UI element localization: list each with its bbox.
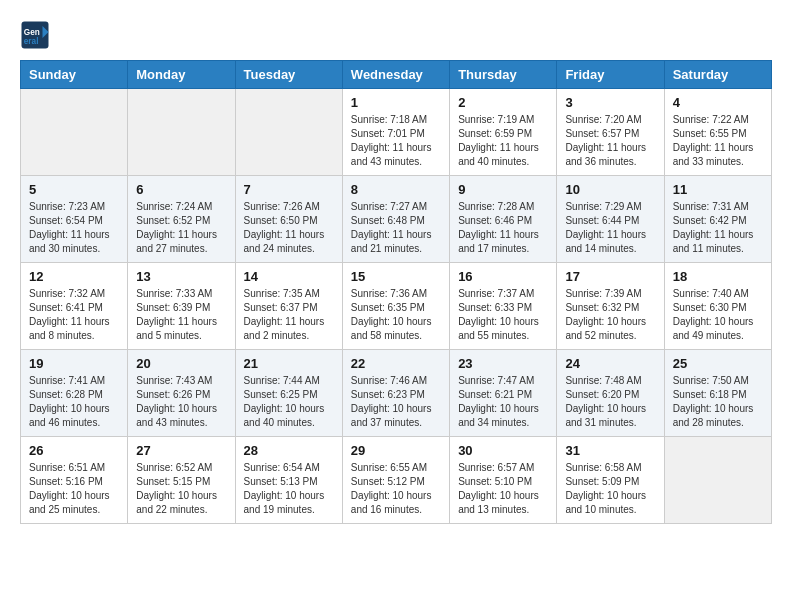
- day-info: Sunrise: 7:48 AM Sunset: 6:20 PM Dayligh…: [565, 374, 655, 430]
- day-number: 7: [244, 182, 334, 197]
- column-header-wednesday: Wednesday: [342, 61, 449, 89]
- day-info: Sunrise: 6:52 AM Sunset: 5:15 PM Dayligh…: [136, 461, 226, 517]
- page-header: Gen eral: [20, 20, 772, 50]
- day-info: Sunrise: 7:19 AM Sunset: 6:59 PM Dayligh…: [458, 113, 548, 169]
- calendar-cell: 17Sunrise: 7:39 AM Sunset: 6:32 PM Dayli…: [557, 263, 664, 350]
- day-info: Sunrise: 7:29 AM Sunset: 6:44 PM Dayligh…: [565, 200, 655, 256]
- day-number: 13: [136, 269, 226, 284]
- day-number: 11: [673, 182, 763, 197]
- calendar-header-row: SundayMondayTuesdayWednesdayThursdayFrid…: [21, 61, 772, 89]
- calendar-cell: 1Sunrise: 7:18 AM Sunset: 7:01 PM Daylig…: [342, 89, 449, 176]
- day-info: Sunrise: 7:27 AM Sunset: 6:48 PM Dayligh…: [351, 200, 441, 256]
- day-info: Sunrise: 7:28 AM Sunset: 6:46 PM Dayligh…: [458, 200, 548, 256]
- calendar-cell: 8Sunrise: 7:27 AM Sunset: 6:48 PM Daylig…: [342, 176, 449, 263]
- calendar-week-row: 12Sunrise: 7:32 AM Sunset: 6:41 PM Dayli…: [21, 263, 772, 350]
- day-info: Sunrise: 7:35 AM Sunset: 6:37 PM Dayligh…: [244, 287, 334, 343]
- calendar-cell: 11Sunrise: 7:31 AM Sunset: 6:42 PM Dayli…: [664, 176, 771, 263]
- calendar-cell: 14Sunrise: 7:35 AM Sunset: 6:37 PM Dayli…: [235, 263, 342, 350]
- day-info: Sunrise: 7:43 AM Sunset: 6:26 PM Dayligh…: [136, 374, 226, 430]
- svg-text:Gen: Gen: [24, 28, 40, 37]
- calendar-cell: 31Sunrise: 6:58 AM Sunset: 5:09 PM Dayli…: [557, 437, 664, 524]
- calendar-cell: 30Sunrise: 6:57 AM Sunset: 5:10 PM Dayli…: [450, 437, 557, 524]
- calendar-cell: 26Sunrise: 6:51 AM Sunset: 5:16 PM Dayli…: [21, 437, 128, 524]
- day-number: 30: [458, 443, 548, 458]
- calendar-cell: 21Sunrise: 7:44 AM Sunset: 6:25 PM Dayli…: [235, 350, 342, 437]
- calendar-cell: 29Sunrise: 6:55 AM Sunset: 5:12 PM Dayli…: [342, 437, 449, 524]
- column-header-friday: Friday: [557, 61, 664, 89]
- day-number: 24: [565, 356, 655, 371]
- day-number: 29: [351, 443, 441, 458]
- day-info: Sunrise: 6:58 AM Sunset: 5:09 PM Dayligh…: [565, 461, 655, 517]
- day-info: Sunrise: 7:18 AM Sunset: 7:01 PM Dayligh…: [351, 113, 441, 169]
- calendar-cell: 5Sunrise: 7:23 AM Sunset: 6:54 PM Daylig…: [21, 176, 128, 263]
- day-number: 12: [29, 269, 119, 284]
- day-info: Sunrise: 7:50 AM Sunset: 6:18 PM Dayligh…: [673, 374, 763, 430]
- day-number: 21: [244, 356, 334, 371]
- day-number: 8: [351, 182, 441, 197]
- calendar-cell: 12Sunrise: 7:32 AM Sunset: 6:41 PM Dayli…: [21, 263, 128, 350]
- logo-icon: Gen eral: [20, 20, 50, 50]
- day-info: Sunrise: 7:41 AM Sunset: 6:28 PM Dayligh…: [29, 374, 119, 430]
- calendar-cell: 13Sunrise: 7:33 AM Sunset: 6:39 PM Dayli…: [128, 263, 235, 350]
- day-info: Sunrise: 7:26 AM Sunset: 6:50 PM Dayligh…: [244, 200, 334, 256]
- day-info: Sunrise: 7:32 AM Sunset: 6:41 PM Dayligh…: [29, 287, 119, 343]
- day-info: Sunrise: 7:31 AM Sunset: 6:42 PM Dayligh…: [673, 200, 763, 256]
- day-info: Sunrise: 6:57 AM Sunset: 5:10 PM Dayligh…: [458, 461, 548, 517]
- day-number: 28: [244, 443, 334, 458]
- calendar-cell: 10Sunrise: 7:29 AM Sunset: 6:44 PM Dayli…: [557, 176, 664, 263]
- day-number: 25: [673, 356, 763, 371]
- calendar-week-row: 19Sunrise: 7:41 AM Sunset: 6:28 PM Dayli…: [21, 350, 772, 437]
- day-number: 1: [351, 95, 441, 110]
- day-info: Sunrise: 7:39 AM Sunset: 6:32 PM Dayligh…: [565, 287, 655, 343]
- day-number: 4: [673, 95, 763, 110]
- calendar-cell: 15Sunrise: 7:36 AM Sunset: 6:35 PM Dayli…: [342, 263, 449, 350]
- day-info: Sunrise: 7:24 AM Sunset: 6:52 PM Dayligh…: [136, 200, 226, 256]
- calendar-cell: [664, 437, 771, 524]
- day-number: 23: [458, 356, 548, 371]
- calendar-cell: 16Sunrise: 7:37 AM Sunset: 6:33 PM Dayli…: [450, 263, 557, 350]
- calendar-cell: 24Sunrise: 7:48 AM Sunset: 6:20 PM Dayli…: [557, 350, 664, 437]
- day-number: 6: [136, 182, 226, 197]
- day-info: Sunrise: 7:40 AM Sunset: 6:30 PM Dayligh…: [673, 287, 763, 343]
- day-info: Sunrise: 6:54 AM Sunset: 5:13 PM Dayligh…: [244, 461, 334, 517]
- day-info: Sunrise: 6:55 AM Sunset: 5:12 PM Dayligh…: [351, 461, 441, 517]
- day-number: 2: [458, 95, 548, 110]
- calendar-table: SundayMondayTuesdayWednesdayThursdayFrid…: [20, 60, 772, 524]
- calendar-cell: 2Sunrise: 7:19 AM Sunset: 6:59 PM Daylig…: [450, 89, 557, 176]
- day-info: Sunrise: 7:20 AM Sunset: 6:57 PM Dayligh…: [565, 113, 655, 169]
- day-info: Sunrise: 7:46 AM Sunset: 6:23 PM Dayligh…: [351, 374, 441, 430]
- day-number: 14: [244, 269, 334, 284]
- column-header-sunday: Sunday: [21, 61, 128, 89]
- calendar-cell: 7Sunrise: 7:26 AM Sunset: 6:50 PM Daylig…: [235, 176, 342, 263]
- calendar-cell: 22Sunrise: 7:46 AM Sunset: 6:23 PM Dayli…: [342, 350, 449, 437]
- day-number: 16: [458, 269, 548, 284]
- calendar-cell: 19Sunrise: 7:41 AM Sunset: 6:28 PM Dayli…: [21, 350, 128, 437]
- calendar-cell: [21, 89, 128, 176]
- calendar-cell: 9Sunrise: 7:28 AM Sunset: 6:46 PM Daylig…: [450, 176, 557, 263]
- day-number: 3: [565, 95, 655, 110]
- day-info: Sunrise: 7:33 AM Sunset: 6:39 PM Dayligh…: [136, 287, 226, 343]
- calendar-cell: 25Sunrise: 7:50 AM Sunset: 6:18 PM Dayli…: [664, 350, 771, 437]
- svg-text:eral: eral: [24, 37, 39, 46]
- day-number: 17: [565, 269, 655, 284]
- column-header-saturday: Saturday: [664, 61, 771, 89]
- day-number: 22: [351, 356, 441, 371]
- day-number: 10: [565, 182, 655, 197]
- calendar-cell: 6Sunrise: 7:24 AM Sunset: 6:52 PM Daylig…: [128, 176, 235, 263]
- column-header-thursday: Thursday: [450, 61, 557, 89]
- day-info: Sunrise: 7:37 AM Sunset: 6:33 PM Dayligh…: [458, 287, 548, 343]
- day-number: 5: [29, 182, 119, 197]
- calendar-cell: 18Sunrise: 7:40 AM Sunset: 6:30 PM Dayli…: [664, 263, 771, 350]
- day-number: 15: [351, 269, 441, 284]
- day-number: 27: [136, 443, 226, 458]
- calendar-week-row: 1Sunrise: 7:18 AM Sunset: 7:01 PM Daylig…: [21, 89, 772, 176]
- day-number: 31: [565, 443, 655, 458]
- calendar-cell: 23Sunrise: 7:47 AM Sunset: 6:21 PM Dayli…: [450, 350, 557, 437]
- logo: Gen eral: [20, 20, 54, 50]
- day-info: Sunrise: 7:47 AM Sunset: 6:21 PM Dayligh…: [458, 374, 548, 430]
- day-number: 20: [136, 356, 226, 371]
- calendar-cell: [235, 89, 342, 176]
- day-info: Sunrise: 7:23 AM Sunset: 6:54 PM Dayligh…: [29, 200, 119, 256]
- calendar-cell: 27Sunrise: 6:52 AM Sunset: 5:15 PM Dayli…: [128, 437, 235, 524]
- day-info: Sunrise: 6:51 AM Sunset: 5:16 PM Dayligh…: [29, 461, 119, 517]
